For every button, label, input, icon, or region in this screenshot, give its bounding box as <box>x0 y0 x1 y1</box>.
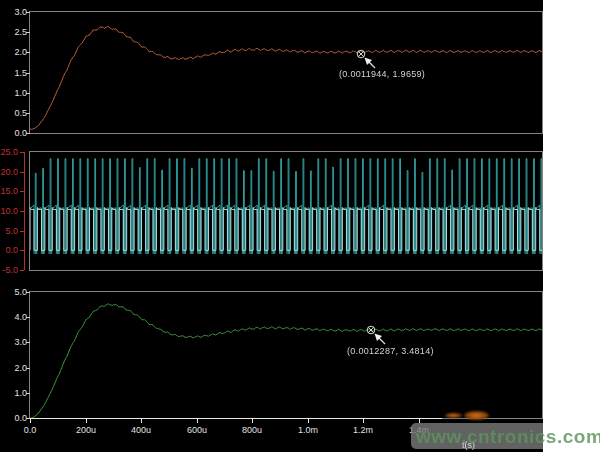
y-tick-label: 4.0 <box>0 312 27 322</box>
x-tick-label: 0.0 <box>10 425 50 435</box>
x-axis-line <box>30 418 442 419</box>
orange-artifact-icon <box>464 411 489 420</box>
x-tick-mark <box>197 419 198 423</box>
y-tick-label: 0.0 <box>0 413 27 423</box>
y-tick-label: 1.0 <box>0 388 27 398</box>
x-tick-mark <box>86 419 87 423</box>
y-tick-mark <box>26 113 30 114</box>
watermark-text: www.cntronics.com <box>416 426 600 448</box>
y-tick-mark <box>20 152 24 153</box>
y-tick-mark <box>20 250 24 251</box>
page: 3.02.52.01.51.00.50.025.020.015.010.05.0… <box>0 0 600 452</box>
x-tick-label: 800u <box>232 425 272 435</box>
x-tick-mark <box>252 419 253 423</box>
waveform-screenshot: 3.02.52.01.51.00.50.025.020.015.010.05.0… <box>0 0 543 452</box>
watermark-text-main: www.cntronics <box>416 426 557 447</box>
y-tick-mark <box>20 191 24 192</box>
y-tick-label: -5.0 <box>0 265 18 275</box>
y-tick-label: 1.0 <box>0 88 27 98</box>
annotation-top-label: (0.0011944, 1.9659) <box>339 69 425 79</box>
y-tick-mark <box>26 368 30 369</box>
x-tick-mark <box>308 419 309 423</box>
top-trace-canvas <box>30 12 542 133</box>
y-tick-mark <box>26 393 30 394</box>
x-tick-mark <box>141 419 142 423</box>
y-tick-label: 2.0 <box>0 363 27 373</box>
y-tick-mark <box>26 133 30 134</box>
middle-trace-canvas <box>30 152 542 270</box>
y-tick-mark <box>26 93 30 94</box>
y-tick-mark <box>26 73 30 74</box>
watermark-text-suffix: .com <box>557 426 600 447</box>
y-tick-mark <box>26 317 30 318</box>
y-tick-label: 3.0 <box>0 7 27 17</box>
annotation-bottom-label: (0.0012287, 3.4814) <box>347 346 434 356</box>
y-tick-label: 2.0 <box>0 47 27 57</box>
x-tick-label: 600u <box>177 425 217 435</box>
y-tick-mark <box>26 342 30 343</box>
x-tick-mark <box>363 419 364 423</box>
bottom-trace-canvas <box>30 292 542 418</box>
y-tick-label: 0.0 <box>0 128 27 138</box>
y-tick-mark <box>26 52 30 53</box>
middle-panel-y-axis-line <box>24 152 25 270</box>
x-tick-label: 1.2m <box>343 425 383 435</box>
orange-artifact-icon <box>445 413 462 418</box>
x-tick-label: 200u <box>66 425 106 435</box>
y-tick-label: 0.0 <box>0 245 18 255</box>
y-tick-label: 25.0 <box>0 147 18 157</box>
x-tick-label: 1.0m <box>288 425 328 435</box>
y-tick-label: 3.0 <box>0 337 27 347</box>
y-tick-mark <box>20 211 24 212</box>
y-tick-mark <box>20 270 24 271</box>
y-tick-label: 5.0 <box>0 287 27 297</box>
mouse-cursor-icon <box>372 331 388 347</box>
y-tick-mark <box>26 292 30 293</box>
y-tick-label: 5.0 <box>0 226 18 236</box>
y-tick-label: 1.5 <box>0 68 27 78</box>
y-tick-label: 10.0 <box>0 206 18 216</box>
y-tick-label: 0.5 <box>0 108 27 118</box>
y-tick-label: 20.0 <box>0 167 18 177</box>
y-tick-mark <box>20 172 24 173</box>
y-tick-label: 2.5 <box>0 27 27 37</box>
y-tick-mark <box>26 32 30 33</box>
y-tick-mark <box>20 231 24 232</box>
y-tick-mark <box>26 12 30 13</box>
y-tick-label: 15.0 <box>0 186 18 196</box>
x-tick-label: 400u <box>121 425 161 435</box>
x-tick-mark <box>30 419 31 423</box>
